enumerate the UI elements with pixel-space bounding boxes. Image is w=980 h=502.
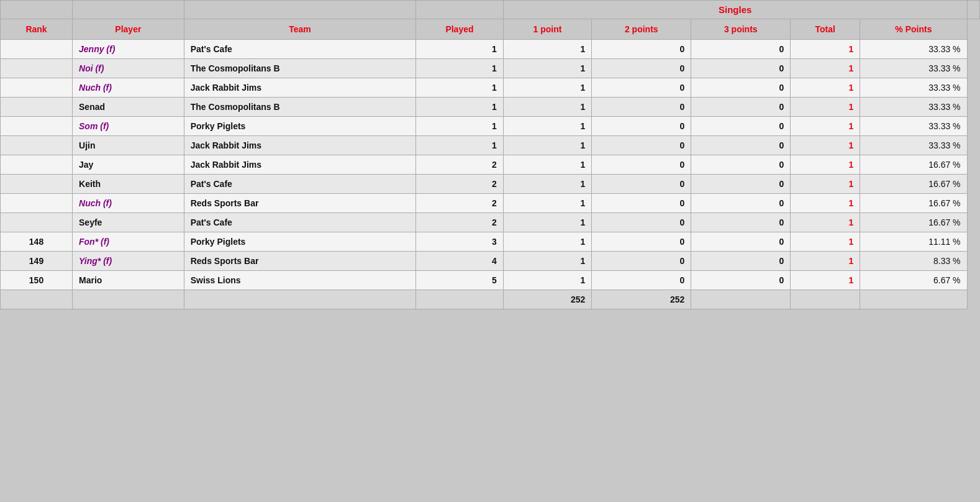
table-row: Som (f)Porky Piglets1100133.33 % <box>1 117 980 136</box>
total-cell: 1 <box>791 271 860 290</box>
one-point-cell: 1 <box>503 252 591 271</box>
pct-cell: 33.33 % <box>860 117 967 136</box>
one-point-cell: 1 <box>503 98 591 117</box>
totals-cell <box>184 290 415 309</box>
played-header: Played <box>416 19 504 40</box>
team-cell: The Cosmopolitans B <box>184 98 415 117</box>
pct-cell: 16.67 % <box>860 213 967 232</box>
total-cell: 1 <box>791 117 860 136</box>
team-cell: Pat's Cafe <box>184 40 415 59</box>
pct-cell: 33.33 % <box>860 40 967 59</box>
totals-cell <box>860 290 967 309</box>
three-points-cell: 0 <box>691 175 791 194</box>
table-row: Noi (f)The Cosmopolitans B1100133.33 % <box>1 59 980 78</box>
player-cell: Mario <box>73 271 184 290</box>
rankings-table: Singles Rank Player Team Played 1 point … <box>0 0 980 309</box>
table-wrapper: Singles Rank Player Team Played 1 point … <box>0 0 980 502</box>
three-points-cell: 0 <box>691 40 791 59</box>
totals-cell: 252 <box>503 290 591 309</box>
two-points-cell: 0 <box>592 252 691 271</box>
empty-played-header <box>416 1 504 19</box>
totals-cell <box>691 290 791 309</box>
rank-cell: 149 <box>1 252 73 271</box>
total-cell: 1 <box>791 194 860 213</box>
three-points-cell: 0 <box>691 78 791 98</box>
rank-cell: 148 <box>1 232 73 252</box>
pct-cell: 33.33 % <box>860 59 967 78</box>
three-points-cell: 0 <box>691 98 791 117</box>
table-row: UjinJack Rabbit Jims1100133.33 % <box>1 136 980 155</box>
empty-team-header <box>184 1 415 19</box>
total-cell: 1 <box>791 78 860 98</box>
rank-cell <box>1 213 73 232</box>
played-cell: 2 <box>416 213 504 232</box>
three-points-header: 3 points <box>691 19 791 40</box>
team-cell: Jack Rabbit Jims <box>184 155 415 175</box>
totals-cell <box>1 290 73 309</box>
pct-points-header: % Points <box>860 19 967 40</box>
player-cell: Seyfe <box>73 213 184 232</box>
pct-cell: 16.67 % <box>860 194 967 213</box>
player-cell: Nuch (f) <box>73 194 184 213</box>
one-point-header: 1 point <box>503 19 591 40</box>
player-cell: Ying* (f) <box>73 252 184 271</box>
player-cell: Noi (f) <box>73 59 184 78</box>
table-row: Nuch (f)Jack Rabbit Jims1100133.33 % <box>1 78 980 98</box>
totals-cell <box>73 290 184 309</box>
table-row: 148Fon* (f)Porky Piglets3100111.11 % <box>1 232 980 252</box>
table-row: SenadThe Cosmopolitans B1100133.33 % <box>1 98 980 117</box>
one-point-cell: 1 <box>503 136 591 155</box>
total-cell: 1 <box>791 136 860 155</box>
pct-cell: 16.67 % <box>860 155 967 175</box>
total-cell: 1 <box>791 155 860 175</box>
totals-cell: 252 <box>592 290 691 309</box>
played-cell: 1 <box>416 59 504 78</box>
team-cell: Reds Sports Bar <box>184 252 415 271</box>
two-points-cell: 0 <box>592 136 691 155</box>
total-cell: 1 <box>791 98 860 117</box>
empty-pct-header <box>967 1 979 19</box>
rank-cell <box>1 59 73 78</box>
one-point-cell: 1 <box>503 213 591 232</box>
three-points-cell: 0 <box>691 271 791 290</box>
team-cell: Pat's Cafe <box>184 213 415 232</box>
empty-player-header <box>73 1 184 19</box>
rank-header: Rank <box>1 19 73 40</box>
team-cell: Swiss Lions <box>184 271 415 290</box>
two-points-cell: 0 <box>592 40 691 59</box>
two-points-cell: 0 <box>592 271 691 290</box>
three-points-cell: 0 <box>691 213 791 232</box>
pct-cell: 33.33 % <box>860 136 967 155</box>
played-cell: 1 <box>416 78 504 98</box>
two-points-cell: 0 <box>592 117 691 136</box>
rank-cell <box>1 117 73 136</box>
total-cell: 1 <box>791 252 860 271</box>
played-cell: 4 <box>416 252 504 271</box>
table-row: KeithPat's Cafe2100116.67 % <box>1 175 980 194</box>
player-cell: Fon* (f) <box>73 232 184 252</box>
one-point-cell: 1 <box>503 194 591 213</box>
team-cell: Porky Piglets <box>184 232 415 252</box>
player-cell: Jay <box>73 155 184 175</box>
pct-cell: 16.67 % <box>860 175 967 194</box>
team-cell: Jack Rabbit Jims <box>184 78 415 98</box>
two-points-cell: 0 <box>592 59 691 78</box>
two-points-cell: 0 <box>592 78 691 98</box>
three-points-cell: 0 <box>691 194 791 213</box>
player-cell: Jenny (f) <box>73 40 184 59</box>
one-point-cell: 1 <box>503 271 591 290</box>
total-cell: 1 <box>791 232 860 252</box>
table-row: Nuch (f)Reds Sports Bar2100116.67 % <box>1 194 980 213</box>
team-cell: Jack Rabbit Jims <box>184 136 415 155</box>
pct-cell: 33.33 % <box>860 78 967 98</box>
three-points-cell: 0 <box>691 59 791 78</box>
pct-cell: 33.33 % <box>860 98 967 117</box>
two-points-cell: 0 <box>592 155 691 175</box>
player-cell: Nuch (f) <box>73 78 184 98</box>
pct-cell: 6.67 % <box>860 271 967 290</box>
played-cell: 2 <box>416 175 504 194</box>
one-point-cell: 1 <box>503 59 591 78</box>
three-points-cell: 0 <box>691 136 791 155</box>
player-cell: Keith <box>73 175 184 194</box>
table-row: JayJack Rabbit Jims2100116.67 % <box>1 155 980 175</box>
